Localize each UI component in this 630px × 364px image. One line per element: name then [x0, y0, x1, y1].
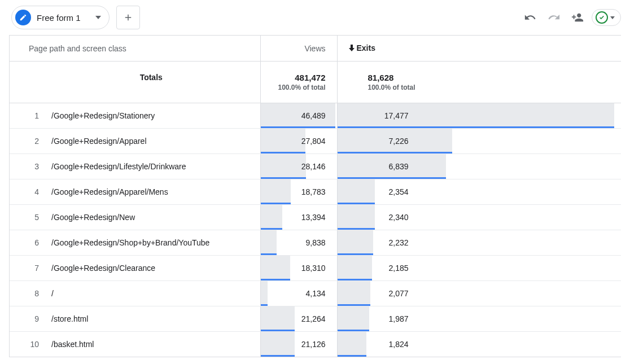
page-path: / [51, 289, 54, 298]
exits-cell: 17,477 [337, 103, 621, 129]
table-row[interactable]: 8/4,1342,077 [10, 281, 621, 306]
sort-down-icon [349, 45, 355, 51]
table-row[interactable]: 5/Google+Redesign/New13,3942,340 [10, 205, 621, 230]
checkmark-icon [596, 11, 608, 24]
row-number: 10 [29, 340, 39, 349]
redo-button[interactable] [544, 8, 563, 27]
views-cell: 18,310 [260, 256, 337, 281]
views-cell: 13,394 [260, 205, 337, 230]
metric-exits-header[interactable]: Exits [337, 36, 621, 62]
toolbar: Free form 1 [0, 0, 630, 35]
table-row[interactable]: 6/Google+Redesign/Shop+by+Brand/YouTube9… [10, 230, 621, 256]
exits-cell: 7,226 [337, 129, 621, 154]
share-button[interactable] [568, 8, 587, 27]
report-table: Page path and screen class Views Exits T… [9, 35, 621, 357]
totals-views: 481,472 100.0% of total [260, 62, 337, 103]
exits-cell: 6,839 [337, 154, 621, 179]
person-add-icon [571, 11, 584, 24]
tab-label: Free form 1 [37, 13, 81, 23]
row-number: 1 [29, 111, 39, 120]
page-path: /Google+Redesign/Shop+by+Brand/YouTube [51, 238, 209, 247]
plus-icon [123, 12, 133, 23]
undo-button[interactable] [520, 8, 540, 27]
views-cell: 21,126 [260, 332, 337, 357]
add-tab-button[interactable] [116, 6, 140, 29]
row-number: 3 [29, 162, 39, 171]
row-number: 4 [29, 187, 39, 196]
redo-icon [548, 11, 560, 24]
page-path: /Google+Redesign/Stationery [51, 111, 155, 120]
row-number: 9 [29, 314, 39, 323]
exits-cell: 2,185 [337, 256, 621, 281]
totals-label: Totals [10, 62, 260, 103]
exits-cell: 2,232 [337, 230, 621, 256]
row-number: 5 [29, 213, 39, 222]
page-path: /Google+Redesign/Clearance [51, 264, 155, 273]
views-cell: 18,783 [260, 179, 337, 205]
totals-exits: 81,628 100.0% of total [337, 62, 621, 103]
exits-cell: 1,987 [337, 306, 621, 332]
pencil-icon [15, 10, 31, 25]
page-path: /Google+Redesign/New [51, 213, 135, 222]
views-cell: 4,134 [260, 281, 337, 306]
exits-cell: 1,824 [337, 332, 621, 357]
exits-cell: 2,354 [337, 179, 621, 205]
page-path: /Google+Redesign/Lifestyle/Drinkware [51, 162, 186, 171]
row-number: 8 [29, 289, 39, 298]
page-path: /basket.html [51, 340, 94, 349]
table-row[interactable]: 10/basket.html21,1261,824 [10, 332, 621, 357]
row-number: 6 [29, 238, 39, 247]
row-number: 2 [29, 137, 39, 146]
table-row[interactable]: 7/Google+Redesign/Clearance18,3102,185 [10, 256, 621, 281]
table-row[interactable]: 1/Google+Redesign/Stationery46,48917,477 [10, 103, 621, 129]
metric-views-header[interactable]: Views [260, 36, 337, 62]
views-cell: 28,146 [260, 154, 337, 179]
table-row[interactable]: 4/Google+Redesign/Apparel/Mens18,7832,35… [10, 179, 621, 205]
views-cell: 46,489 [260, 103, 337, 129]
dimension-header[interactable]: Page path and screen class [10, 36, 260, 62]
report-tab[interactable]: Free form 1 [11, 6, 110, 29]
caret-down-icon [86, 16, 101, 19]
caret-down-icon [610, 16, 615, 19]
views-cell: 9,838 [260, 230, 337, 256]
page-path: /Google+Redesign/Apparel/Mens [51, 187, 168, 196]
page-path: /Google+Redesign/Apparel [51, 137, 147, 146]
undo-icon [524, 11, 536, 24]
table-row[interactable]: 3/Google+Redesign/Lifestyle/Drinkware28,… [10, 154, 621, 179]
page-path: /store.html [51, 314, 88, 323]
views-cell: 21,264 [260, 306, 337, 332]
table-row[interactable]: 2/Google+Redesign/Apparel27,8047,226 [10, 129, 621, 154]
row-number: 7 [29, 264, 39, 273]
status-dropdown[interactable] [592, 9, 621, 26]
views-cell: 27,804 [260, 129, 337, 154]
exits-cell: 2,077 [337, 281, 621, 306]
table-row[interactable]: 9/store.html21,2641,987 [10, 306, 621, 332]
exits-cell: 2,340 [337, 205, 621, 230]
